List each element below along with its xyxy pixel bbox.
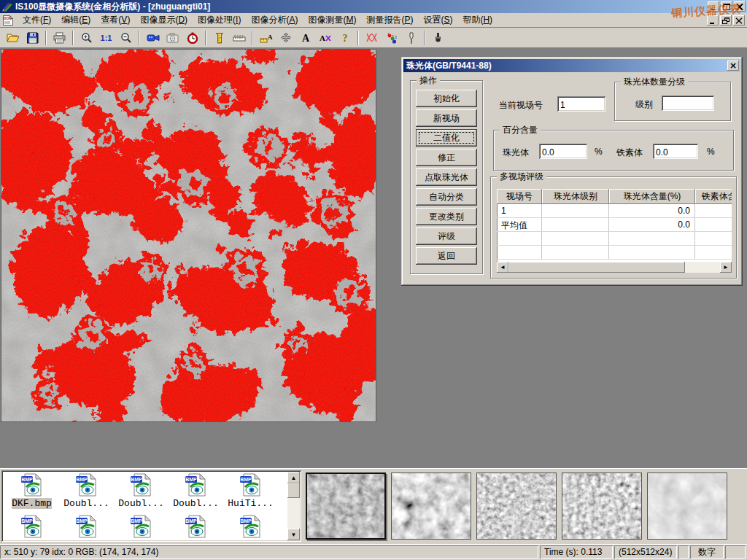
ferrite-percent-input[interactable] [653, 144, 698, 159]
zoom-in-icon[interactable] [77, 29, 96, 47]
menu-h[interactable]: 帮助(H) [457, 12, 498, 28]
image-size-status: (512x512x24) [614, 545, 677, 559]
text-icon[interactable]: A [296, 29, 314, 47]
menu-d[interactable]: 图像显示(D) [135, 12, 193, 28]
table-cell [695, 218, 732, 232]
menu-i[interactable]: 图像处理(I) [193, 12, 246, 28]
scroll-left-button[interactable]: ◄ [497, 262, 508, 273]
zoom-out-icon[interactable] [117, 29, 135, 47]
table-row [497, 246, 732, 260]
file-item[interactable]: BMPDoubl... [169, 473, 223, 509]
specimen-thumbnail[interactable] [391, 472, 471, 540]
op-button-新视场[interactable]: 新视场 [416, 109, 477, 127]
file-name: DKF.bmp [12, 498, 52, 509]
window-title: IS100显微摄像系统(金相分析版) - [zhuguangti01] [15, 1, 210, 13]
file-item[interactable]: BMPDoubl... [114, 473, 169, 509]
menu-a[interactable]: 图像分析(A) [246, 12, 303, 28]
minimize-button[interactable] [708, 1, 719, 12]
points-icon[interactable]: 123 [382, 29, 400, 47]
vscroll-thumb[interactable] [287, 483, 300, 498]
measure-text-icon[interactable]: A [257, 29, 275, 47]
rating-table[interactable]: 视场号珠光体级别珠光体含量(%)铁素体含量(%)10.0平均值0.0 [497, 189, 732, 262]
menu-f[interactable]: 文件(F) [18, 12, 56, 28]
specimen-thumbnail[interactable] [647, 472, 727, 540]
table-cell [695, 204, 732, 218]
brush-icon[interactable] [429, 29, 447, 47]
file-vscrollbar[interactable]: ▲ ▼ [287, 472, 300, 540]
pearlite-percent-input[interactable] [539, 144, 587, 159]
rating-table-body: 视场号珠光体级别珠光体含量(%)铁素体含量(%)10.0平均值0.0 [497, 189, 732, 260]
hscroll-thumb[interactable] [508, 262, 685, 273]
open-icon[interactable] [4, 29, 22, 47]
bmp-file-icon: BMP [75, 473, 98, 497]
close-button[interactable] [734, 1, 746, 12]
video-camera-icon[interactable] [144, 29, 162, 47]
menu-p[interactable]: 测量报告(P) [361, 12, 418, 28]
file-item-partial[interactable]: BMP [223, 515, 278, 538]
text-delete-icon[interactable]: A [316, 29, 334, 47]
metallograph-image[interactable] [1, 50, 376, 421]
op-button-点取珠光体[interactable]: 点取珠光体 [416, 168, 477, 186]
maximize-button[interactable] [721, 1, 732, 12]
bmp-file-icon: BMP [130, 473, 153, 497]
bmp-file-icon: BMP [185, 473, 208, 497]
op-button-修正[interactable]: 修正 [416, 149, 477, 166]
table-hscrollbar[interactable]: ◄ ► [497, 262, 732, 273]
toolbar-separator [139, 31, 140, 45]
op-button-初始化[interactable]: 初始化 [416, 90, 477, 107]
table-cell [609, 232, 695, 246]
scroll-down-button[interactable]: ▼ [287, 529, 300, 540]
file-item[interactable]: BMPDoubl... [59, 473, 114, 509]
move-icon[interactable] [276, 29, 295, 47]
op-button-评级[interactable]: 评级 [416, 228, 477, 245]
file-item-partial[interactable]: BMP [169, 515, 223, 538]
file-item-partial[interactable]: BMP [59, 515, 114, 538]
file-item-partial[interactable]: BMP [114, 515, 169, 538]
curve-icon[interactable] [363, 29, 381, 47]
specimen-thumbnail[interactable] [476, 472, 557, 540]
child-minimize-button[interactable] [707, 15, 719, 26]
help-icon[interactable]: ? [336, 29, 354, 47]
status-spacer-2 [725, 545, 746, 559]
menu-s[interactable]: 设置(S) [418, 12, 457, 28]
svg-text:A: A [268, 34, 273, 41]
child-restore-button[interactable] [720, 15, 732, 26]
caliper-icon[interactable] [210, 29, 228, 47]
op-button-二值化[interactable]: 二值化 [416, 129, 477, 147]
ruler-icon[interactable] [230, 29, 248, 47]
actual-size-icon[interactable]: 1:1 [97, 29, 115, 47]
menu-e[interactable]: 编辑(E) [56, 12, 96, 28]
save-icon[interactable] [23, 29, 42, 47]
table-cell: 0.0 [609, 218, 695, 232]
scroll-up-button[interactable]: ▲ [287, 472, 300, 483]
svg-text:DOC: DOC [4, 16, 12, 20]
op-button-返回[interactable]: 返回 [416, 247, 477, 265]
capture-icon[interactable] [163, 29, 182, 47]
file-item-partial[interactable]: BMP [4, 515, 59, 538]
file-row-partial: BMPBMPBMPBMPBMP [4, 515, 301, 538]
bmp-file-icon: BMP [20, 515, 44, 538]
file-item[interactable]: BMPDKF.bmp [4, 473, 59, 509]
file-list[interactable]: BMPDKF.bmpBMPDoubl...BMPDoubl...BMPDoubl… [1, 470, 301, 542]
menu-v[interactable]: 查看(V) [96, 12, 135, 28]
specimen-thumbnail[interactable] [306, 472, 386, 540]
application-window: IS100显微摄像系统(金相分析版) - [zhuguangti01] DOC … [0, 0, 747, 560]
file-item[interactable]: BMPHuiTi... [223, 473, 278, 509]
pen-icon[interactable] [402, 29, 420, 47]
child-close-button[interactable] [733, 15, 745, 26]
op-button-更改类别[interactable]: 更改类别 [416, 208, 477, 225]
current-field-input[interactable] [557, 96, 605, 112]
svg-text:BMP: BMP [76, 518, 88, 524]
specimen-thumbnail[interactable] [562, 472, 642, 540]
print-icon[interactable] [50, 29, 69, 47]
svg-text:BMP: BMP [240, 477, 252, 482]
scroll-right-button[interactable]: ► [720, 262, 732, 273]
dialog-title-bar[interactable]: 珠光体(GB/T9441-88) × [403, 59, 740, 72]
cursor-position-status: x: 510 y: 79 idx: 0 RGB: (174, 174, 174) [0, 545, 538, 559]
op-button-自动分类[interactable]: 自动分类 [416, 188, 477, 206]
menu-m[interactable]: 图像测量(M) [303, 12, 361, 28]
timer-icon[interactable] [183, 29, 201, 47]
document-icon[interactable]: DOC [2, 15, 15, 26]
level-input[interactable] [662, 96, 714, 111]
dialog-close-button[interactable]: × [727, 61, 739, 71]
